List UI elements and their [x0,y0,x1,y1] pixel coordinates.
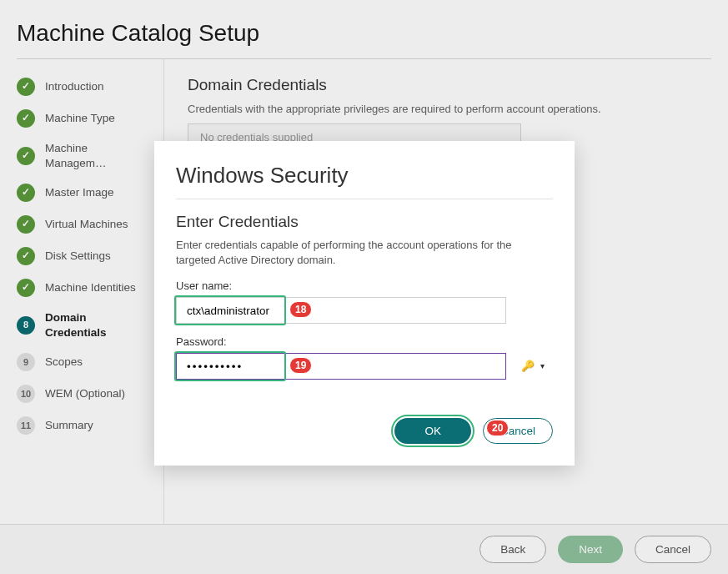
modal-description: Enter credentials capable of performing … [176,238,553,268]
page: Machine Catalog Setup ✓Introduction✓Mach… [0,0,728,574]
username-input-row: 18 [176,297,553,324]
annotation-badge-20: 20 [486,420,509,436]
username-label: User name: [176,279,553,292]
password-input[interactable] [176,353,506,380]
modal-divider [176,199,553,199]
annotation-badge-19: 19 [289,357,312,374]
password-field-wrap: Password: 19 🔑 ▾ [176,335,553,380]
modal-footer: OK Cancel 20 [176,415,553,447]
password-label: Password: [176,335,553,348]
ok-button[interactable]: OK [394,418,471,444]
modal-subtitle: Enter Credentials [176,213,553,231]
username-field-wrap: User name: 18 [176,279,553,324]
key-icon: 🔑 [521,360,535,372]
credentials-modal: Windows Security Enter Credentials Enter… [154,141,575,466]
chevron-down-icon[interactable]: ▾ [540,361,545,370]
username-input[interactable] [176,297,506,324]
annotation-badge-18: 18 [289,301,312,318]
modal-title: Windows Security [176,163,553,189]
ok-highlight-wrap: OK [391,415,474,447]
password-input-row: 19 🔑 ▾ [176,353,553,380]
